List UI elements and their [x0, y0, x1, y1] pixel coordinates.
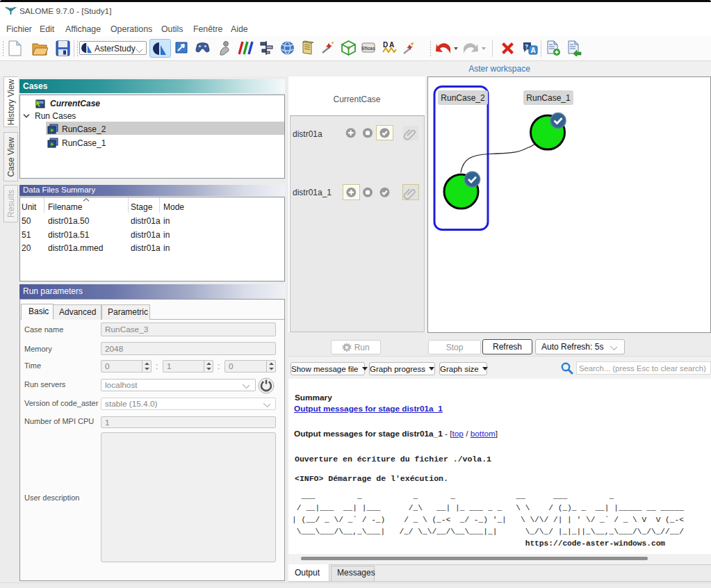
- svg-text:A: A: [531, 47, 536, 54]
- svg-text:RunCase_2: RunCase_2: [441, 93, 485, 103]
- svg-text:Eficas: Eficas: [361, 46, 375, 51]
- svg-text:RunCase_1: RunCase_1: [526, 93, 571, 103]
- svg-text:?: ?: [525, 43, 528, 50]
